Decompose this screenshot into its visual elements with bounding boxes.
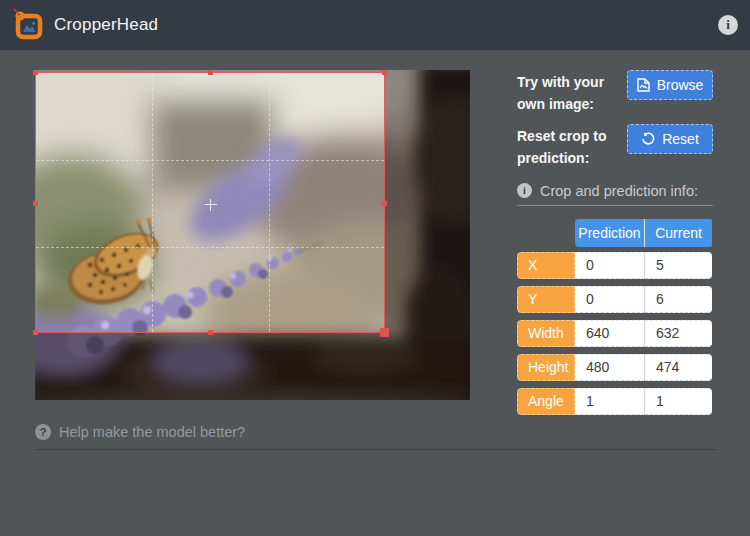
crop-info-table: Prediction Current X 0 5 Y 0 6 Width 640… — [517, 219, 713, 415]
app-header: CropperHead i — [0, 0, 750, 50]
reset-row: Reset crop to prediction: Reset — [517, 124, 713, 169]
app-title: CropperHead — [54, 15, 158, 35]
table-row-angle: Angle 1 1 — [517, 388, 713, 415]
browse-button[interactable]: Browse — [627, 70, 713, 100]
row-label-x: X — [517, 252, 575, 279]
browse-button-label: Browse — [657, 77, 704, 93]
crop-box[interactable] — [35, 72, 385, 333]
y-prediction-value[interactable]: 0 — [575, 286, 645, 313]
row-label-angle: Angle — [517, 388, 575, 415]
table-row-height: Height 480 474 — [517, 354, 713, 381]
table-row-x: X 0 5 — [517, 252, 713, 279]
help-accordion-toggle[interactable]: ? Help make the model better? — [35, 424, 716, 450]
table-header-row: Prediction Current — [575, 219, 713, 247]
angle-current-value[interactable]: 1 — [645, 388, 712, 415]
grid-line-horizontal-1 — [36, 160, 384, 161]
table-row-y: Y 0 6 — [517, 286, 713, 313]
crop-handle-bottom-right[interactable] — [380, 328, 389, 337]
cropperhead-app: CropperHead i — [0, 0, 750, 536]
row-label-width: Width — [517, 320, 575, 347]
crop-info-title: Crop and prediction info: — [540, 183, 698, 199]
info-icon[interactable]: i — [718, 15, 738, 35]
crop-handle-top-right[interactable] — [382, 70, 387, 75]
help-text: Help make the model better? — [59, 424, 245, 440]
crop-handle-top-left[interactable] — [33, 70, 38, 75]
row-label-height: Height — [517, 354, 575, 381]
width-current-value[interactable]: 632 — [645, 320, 712, 347]
crop-handle-bottom-middle[interactable] — [208, 330, 213, 335]
crop-handle-top-middle[interactable] — [208, 70, 213, 75]
cropperhead-logo-icon — [12, 8, 46, 42]
image-crop-stage[interactable] — [35, 70, 470, 400]
angle-prediction-value[interactable]: 1 — [575, 388, 645, 415]
x-prediction-value[interactable]: 0 — [575, 252, 645, 279]
grid-line-vertical-1 — [152, 73, 153, 332]
width-prediction-value[interactable]: 640 — [575, 320, 645, 347]
control-panel: Try with your own image: Browse Reset cr… — [517, 70, 713, 422]
height-current-value[interactable]: 474 — [645, 354, 712, 381]
crop-center-cross-icon — [205, 199, 217, 211]
height-prediction-value[interactable]: 480 — [575, 354, 645, 381]
y-current-value[interactable]: 6 — [645, 286, 712, 313]
grid-line-vertical-2 — [269, 73, 270, 332]
question-mark-icon: ? — [35, 424, 51, 440]
x-current-value[interactable]: 5 — [645, 252, 712, 279]
crop-handle-bottom-left[interactable] — [33, 330, 38, 335]
crop-handle-middle-right[interactable] — [382, 201, 387, 206]
column-header-prediction: Prediction — [575, 219, 645, 247]
reset-counterclockwise-icon — [641, 132, 655, 146]
reset-label: Reset crop to prediction: — [517, 124, 627, 169]
browse-row: Try with your own image: Browse — [517, 70, 713, 115]
row-label-y: Y — [517, 286, 575, 313]
table-row-width: Width 640 632 — [517, 320, 713, 347]
crop-info-section-header: i Crop and prediction info: — [517, 183, 713, 206]
info-icon-small[interactable]: i — [517, 183, 532, 198]
browse-label: Try with your own image: — [517, 70, 627, 115]
crop-handle-middle-left[interactable] — [33, 201, 38, 206]
grid-line-horizontal-2 — [36, 247, 384, 248]
column-header-current: Current — [645, 219, 712, 247]
reset-button-label: Reset — [662, 131, 699, 147]
file-image-icon — [637, 78, 650, 92]
reset-button[interactable]: Reset — [627, 124, 713, 154]
